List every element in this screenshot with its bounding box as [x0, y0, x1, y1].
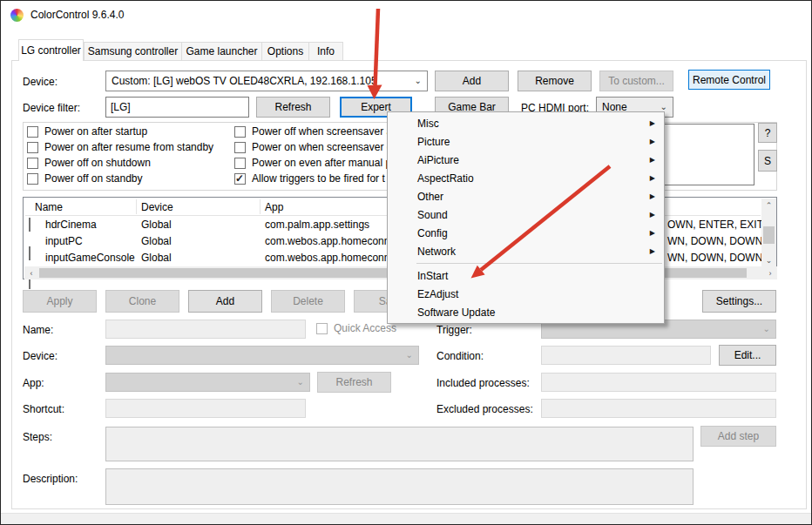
app-label: App:: [23, 377, 44, 389]
add-step-button: Add step: [700, 426, 776, 447]
checkbox-label: Power on when screensaver d: [252, 141, 392, 153]
checkbox-power-on-after-startup[interactable]: Power on after startup: [27, 125, 147, 138]
menu-item-instart[interactable]: InStart: [388, 266, 664, 285]
tab-samsung-controller[interactable]: Samsung controller: [84, 42, 182, 61]
column-divider: [260, 199, 261, 214]
status-bar: [1, 513, 811, 525]
apply-button: Apply: [23, 290, 97, 313]
tab-game-launcher[interactable]: Game launcher: [181, 42, 262, 61]
description-label: Description:: [23, 473, 78, 485]
settings-button[interactable]: Settings...: [702, 290, 776, 313]
menu-item-network[interactable]: Network▶: [388, 242, 664, 260]
menu-item-label: Sound: [417, 209, 448, 221]
cell-name: inputPC: [45, 235, 83, 247]
checkbox-power-on-even-after-manual[interactable]: Power on even after manual p: [234, 157, 391, 169]
submenu-arrow-icon: ▶: [650, 119, 655, 127]
menu-item-label: Other: [417, 191, 443, 203]
submenu-arrow-icon: ▶: [650, 192, 655, 200]
refresh-devices-button[interactable]: Refresh: [256, 97, 330, 118]
scrollbar-thumb[interactable]: [763, 226, 775, 244]
remote-control-button[interactable]: Remote Control: [688, 70, 770, 90]
checkbox-power-off-on-standby[interactable]: Power off on standby: [27, 172, 143, 185]
add-preset-button[interactable]: Add: [188, 290, 262, 313]
row-checkbox[interactable]: [29, 218, 30, 232]
name-input: [105, 320, 306, 339]
tab-label: Game launcher: [186, 45, 257, 57]
checkbox-power-on-after-resume[interactable]: Power on after resume from standby: [27, 141, 213, 153]
device-filter-input[interactable]: [LG]: [105, 97, 249, 118]
scroll-down-icon[interactable]: ⌄: [761, 253, 776, 266]
menu-separator: [416, 263, 662, 264]
checkbox-power-off-on-shutdown[interactable]: Power off on shutdown: [27, 157, 151, 169]
device-combobox[interactable]: Custom: [LG] webOS TV OLED48CXRLA, 192.1…: [105, 71, 428, 91]
checkbox[interactable]: [234, 173, 246, 185]
cell-device: Global: [141, 252, 172, 264]
menu-item-config[interactable]: Config▶: [388, 224, 664, 242]
checkbox[interactable]: [27, 142, 38, 153]
name-label: Name:: [23, 324, 53, 336]
column-header-device[interactable]: Device: [141, 201, 173, 213]
menu-item-ezadjust[interactable]: EzAdjust: [388, 285, 664, 303]
menu-item-label: InStart: [417, 270, 448, 282]
checkbox[interactable]: [27, 126, 38, 138]
app-icon: [10, 9, 24, 22]
tab-options[interactable]: Options: [261, 42, 309, 61]
device-label: Device:: [23, 76, 58, 88]
remove-device-button[interactable]: Remove: [518, 71, 592, 91]
add-device-button[interactable]: Add: [435, 71, 509, 91]
menu-item-software-update[interactable]: Software Update: [388, 303, 664, 321]
row-checkbox[interactable]: [29, 246, 30, 260]
trigger-label: Trigger:: [436, 324, 472, 336]
edit-condition-button[interactable]: Edit...: [719, 345, 776, 366]
chevron-down-icon: ⌄: [415, 77, 422, 85]
menu-item-aipicture[interactable]: AiPicture▶: [388, 151, 664, 169]
menu-item-label: EzAdjust: [417, 288, 458, 300]
menu-item-label: Config: [417, 227, 448, 239]
scroll-left-icon[interactable]: ‹: [24, 266, 38, 279]
checkbox[interactable]: [234, 158, 246, 169]
device-combobox-value: Custom: [LG] webOS TV OLED48CXRLA, 192.1…: [112, 75, 377, 87]
cell-steps-fragment: OWN, ENTER, EXIT: [667, 219, 763, 231]
app-window: ColorControl 9.6.4.0 LG controller Samsu…: [0, 0, 812, 525]
included-processes-label: Included processes:: [436, 377, 530, 389]
tab-label: Options: [267, 45, 303, 57]
scroll-right-icon[interactable]: ›: [763, 266, 777, 279]
checkbox-allow-triggers[interactable]: Allow triggers to be fired for t: [234, 172, 385, 185]
s-button[interactable]: S: [758, 150, 777, 172]
submenu-arrow-icon: ▶: [650, 174, 655, 182]
chevron-down-icon: ⌄: [763, 325, 770, 333]
column-header-name[interactable]: Name: [35, 201, 63, 213]
scroll-up-icon[interactable]: ⌃: [761, 199, 776, 212]
checkbox[interactable]: [234, 142, 246, 153]
tab-lg-controller[interactable]: LG controller: [18, 39, 84, 61]
column-header-app[interactable]: App: [265, 201, 283, 213]
menu-item-sound[interactable]: Sound▶: [388, 205, 664, 224]
column-divider: [136, 199, 137, 214]
checkbox-label: Power on after resume from standby: [44, 141, 213, 153]
checkbox[interactable]: [27, 158, 38, 169]
quick-access-checkbox: Quick Access: [316, 322, 396, 334]
menu-item-label: AspectRatio: [417, 172, 474, 185]
checkbox[interactable]: [27, 173, 38, 185]
submenu-arrow-icon: ▶: [650, 211, 655, 219]
help-button[interactable]: ?: [758, 123, 777, 143]
tab-info[interactable]: Info: [308, 42, 343, 61]
preset-device-label: Device:: [23, 350, 58, 362]
menu-item-picture[interactable]: Picture▶: [388, 132, 664, 151]
menu-item-label: Software Update: [417, 306, 495, 319]
app-combobox: ⌄: [105, 373, 310, 392]
window-title: ColorControl 9.6.4.0: [30, 9, 124, 21]
submenu-arrow-icon: ▶: [650, 156, 655, 164]
checkbox: [316, 323, 328, 334]
checkbox[interactable]: [234, 126, 246, 138]
refresh-apps-button: Refresh: [317, 372, 391, 393]
checkbox-power-off-screensaver[interactable]: Power off when screensaver a: [234, 125, 392, 138]
menu-item-aspectratio[interactable]: AspectRatio▶: [388, 169, 664, 187]
cell-steps-fragment: WN, DOWN, DOWN, I: [667, 252, 771, 264]
checkbox-power-on-screensaver[interactable]: Power on when screensaver d: [234, 141, 392, 153]
vertical-scrollbar[interactable]: ⌃ ⌄: [761, 199, 776, 266]
steps-textarea: [105, 427, 694, 461]
menu-item-misc[interactable]: Misc▶: [388, 114, 664, 132]
steps-label: Steps:: [23, 431, 52, 443]
menu-item-other[interactable]: Other▶: [388, 187, 664, 205]
